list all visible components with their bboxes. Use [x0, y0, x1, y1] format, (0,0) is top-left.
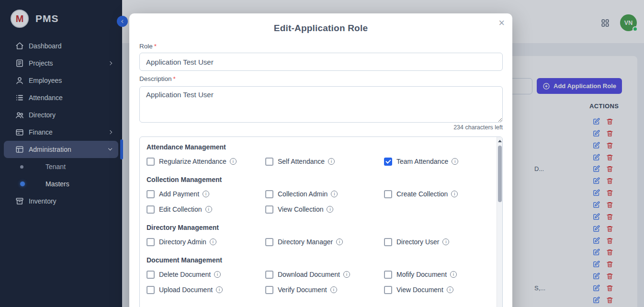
- permission-option-self-attendance[interactable]: Self Attendancei: [265, 157, 384, 166]
- permission-label: Delete Document: [159, 271, 211, 278]
- permission-group-title: Document Management: [147, 256, 490, 264]
- permission-group-title: Attendance Management: [147, 143, 490, 151]
- permission-grid: Directory AdminiDirectory ManageriDirect…: [147, 238, 490, 246]
- info-icon: i: [343, 271, 350, 278]
- permission-option-directory-manager[interactable]: Directory Manageri: [265, 238, 384, 246]
- checkbox-icon[interactable]: [384, 271, 392, 279]
- checkbox-icon[interactable]: [265, 238, 273, 246]
- checkbox-icon[interactable]: [147, 205, 155, 214]
- permission-label: Download Document: [278, 271, 340, 278]
- info-icon: i: [203, 191, 209, 197]
- permission-option-team-attendance[interactable]: Team Attendancei: [384, 157, 490, 166]
- checkbox-icon[interactable]: [265, 205, 273, 214]
- checkbox-icon[interactable]: [384, 190, 392, 198]
- permission-group-document-management: Document ManagementDelete DocumentiDownl…: [147, 256, 490, 294]
- permission-label: Regularize Attendance: [159, 158, 226, 165]
- permission-label: Create Collection: [396, 190, 448, 198]
- permission-label: Directory Manager: [278, 238, 333, 246]
- permission-option-upload-document[interactable]: Upload Documenti: [147, 285, 265, 294]
- modal-title: Edit-Application Role: [129, 23, 512, 34]
- scrollbar-thumb[interactable]: [498, 146, 502, 202]
- info-icon: i: [331, 191, 338, 197]
- role-input[interactable]: [139, 53, 503, 71]
- permission-label: Verify Document: [278, 286, 327, 294]
- permission-option-view-collection[interactable]: View Collectioni: [265, 205, 384, 214]
- permission-grid: Add PaymentiCollection AdminiCreate Coll…: [147, 190, 490, 214]
- permission-label: View Collection: [278, 205, 323, 213]
- permission-group-collection-management: Collection ManagementAdd PaymentiCollect…: [147, 175, 490, 214]
- permission-label: Directory Admin: [159, 238, 206, 246]
- checkbox-icon[interactable]: [147, 190, 155, 198]
- permissions-panel: Attendance ManagementRegularize Attendan…: [139, 136, 503, 307]
- role-field-label: Role*: [139, 43, 157, 50]
- permission-group-attendance-management: Attendance ManagementRegularize Attendan…: [147, 143, 490, 166]
- permission-option-collection-admin[interactable]: Collection Admini: [265, 190, 384, 198]
- checkbox-icon[interactable]: [147, 158, 155, 166]
- permission-option-add-payment[interactable]: Add Paymenti: [147, 190, 265, 198]
- permission-label: View Document: [396, 286, 443, 294]
- permission-option-verify-document[interactable]: Verify Documenti: [265, 285, 384, 294]
- characters-left-counter: 234 characters left: [453, 124, 503, 131]
- description-field-label: Description*: [139, 75, 176, 83]
- permission-grid: Regularize AttendanceiSelf AttendanceiTe…: [147, 157, 490, 166]
- permission-label: Upload Document: [159, 286, 213, 294]
- permission-group-title: Directory Management: [147, 223, 490, 232]
- permission-group-title: Collection Management: [147, 175, 490, 184]
- info-icon: i: [216, 286, 223, 293]
- info-icon: i: [451, 191, 458, 197]
- role-label-text: Role: [139, 43, 153, 50]
- checkbox-icon[interactable]: [384, 286, 392, 294]
- permission-label: Collection Admin: [278, 190, 328, 198]
- permission-option-regularize-attendance[interactable]: Regularize Attendancei: [147, 157, 265, 166]
- checkbox-icon[interactable]: [265, 190, 273, 198]
- info-icon: i: [450, 271, 457, 278]
- permission-group-directory-management: Directory ManagementDirectory AdminiDire…: [147, 223, 490, 246]
- permission-label: Mofify Document: [396, 271, 447, 278]
- required-asterisk: *: [173, 75, 176, 82]
- permission-grid: Delete DocumentiDownload DocumentiMofify…: [147, 270, 490, 294]
- permission-option-view-document[interactable]: View Documenti: [384, 285, 490, 294]
- required-asterisk: *: [154, 43, 157, 50]
- checkbox-icon[interactable]: [384, 238, 392, 246]
- checkbox-icon[interactable]: [147, 286, 155, 294]
- checkbox-icon[interactable]: [265, 271, 273, 279]
- description-label-text: Description: [139, 75, 172, 82]
- info-icon: i: [447, 286, 453, 293]
- info-icon: i: [328, 158, 335, 165]
- scrollbar[interactable]: [497, 137, 502, 307]
- checkbox-icon[interactable]: [265, 286, 273, 294]
- permission-option-create-collection[interactable]: Create Collectioni: [384, 190, 490, 198]
- info-icon: i: [330, 286, 337, 293]
- permission-option-edit-collection[interactable]: Edit Collectioni: [147, 205, 265, 214]
- app-root: M PMS DashboardProjectsEmployeesAttendan…: [0, 0, 644, 307]
- checkbox-checked-icon[interactable]: [384, 158, 392, 166]
- permission-option-directory-user[interactable]: Directory Useri: [384, 238, 490, 246]
- permission-label: Edit Collection: [159, 205, 202, 213]
- checkbox-icon[interactable]: [147, 271, 155, 279]
- permission-label: Directory User: [396, 238, 439, 246]
- permissions-list: Attendance ManagementRegularize Attendan…: [140, 137, 497, 307]
- checkbox-icon[interactable]: [265, 158, 273, 166]
- info-icon: i: [205, 206, 212, 213]
- permission-option-delete-document[interactable]: Delete Documenti: [147, 270, 265, 279]
- checkbox-icon[interactable]: [147, 238, 155, 246]
- info-icon: i: [327, 206, 333, 213]
- permission-label: Team Attendance: [396, 158, 448, 165]
- info-icon: i: [452, 158, 458, 165]
- info-icon: i: [230, 158, 237, 165]
- permission-option-directory-admin[interactable]: Directory Admini: [147, 238, 265, 246]
- permission-label: Add Payment: [159, 190, 199, 198]
- scroll-up-arrow-icon[interactable]: [498, 140, 502, 142]
- description-textarea[interactable]: Application Test User: [139, 86, 503, 123]
- permission-option-download-document[interactable]: Download Documenti: [265, 270, 384, 279]
- permission-label: Self Attendance: [278, 158, 325, 165]
- info-icon: i: [442, 239, 449, 245]
- info-icon: i: [214, 271, 221, 278]
- permission-option-mofify-document[interactable]: Mofify Documenti: [384, 270, 490, 279]
- info-icon: i: [336, 239, 343, 245]
- edit-application-role-modal: × Edit-Application Role Role* Descriptio…: [129, 13, 512, 307]
- info-icon: i: [210, 239, 216, 245]
